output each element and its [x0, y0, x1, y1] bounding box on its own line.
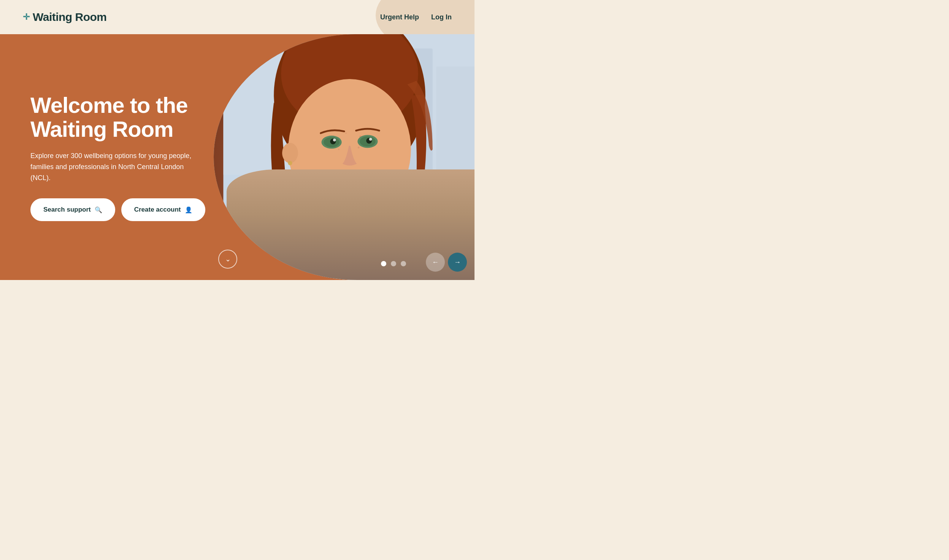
svg-point-22 [369, 138, 372, 141]
create-account-label: Create account [134, 206, 181, 214]
logo: ✛ Waiting Room [23, 11, 107, 24]
next-slide-button[interactable]: → [448, 253, 467, 272]
next-arrow-icon: → [454, 258, 461, 266]
create-account-button[interactable]: Create account 👤 [121, 198, 205, 221]
chevron-down-icon: ⌄ [225, 255, 231, 263]
svg-rect-26 [333, 214, 365, 250]
hero-content: Welcome to the Waiting Room Explore over… [0, 34, 256, 280]
hero-buttons: Search support 🔍 Create account 👤 [30, 198, 226, 221]
logo-icon: ✛ [23, 13, 30, 21]
svg-point-18 [333, 139, 336, 142]
search-support-label: Search support [43, 206, 91, 214]
scroll-down-button[interactable]: ⌄ [218, 250, 237, 269]
svg-point-14 [357, 147, 359, 149]
urgent-help-link[interactable]: Urgent Help [380, 13, 419, 21]
slider-dots [381, 261, 406, 266]
slide-dot-3[interactable] [401, 261, 406, 266]
search-support-button[interactable]: Search support 🔍 [30, 198, 115, 221]
main-nav: Urgent Help Log In [380, 13, 452, 21]
header: ✛ Waiting Room Urgent Help Log In [0, 0, 474, 34]
hero-section: Welcome to the Waiting Room Explore over… [0, 34, 474, 280]
hero-subtitle: Explore over 300 wellbeing options for y… [30, 150, 198, 183]
hero-title: Welcome to the Waiting Room [30, 93, 226, 142]
person-icon: 👤 [185, 206, 192, 214]
prev-arrow-icon: ← [432, 258, 439, 266]
prev-slide-button[interactable]: ← [426, 253, 445, 272]
svg-point-23 [336, 174, 363, 186]
svg-point-27 [259, 232, 440, 280]
search-icon: 🔍 [95, 206, 102, 214]
svg-point-25 [288, 161, 292, 165]
svg-point-24 [282, 143, 298, 163]
slider-arrows: ← → [426, 253, 467, 272]
svg-rect-3 [436, 66, 474, 229]
slide-dot-1[interactable] [381, 261, 386, 266]
log-in-link[interactable]: Log In [431, 13, 452, 21]
logo-text: Waiting Room [33, 11, 107, 24]
slide-dot-2[interactable] [391, 261, 396, 266]
svg-point-12 [345, 133, 347, 134]
svg-point-13 [338, 149, 340, 150]
